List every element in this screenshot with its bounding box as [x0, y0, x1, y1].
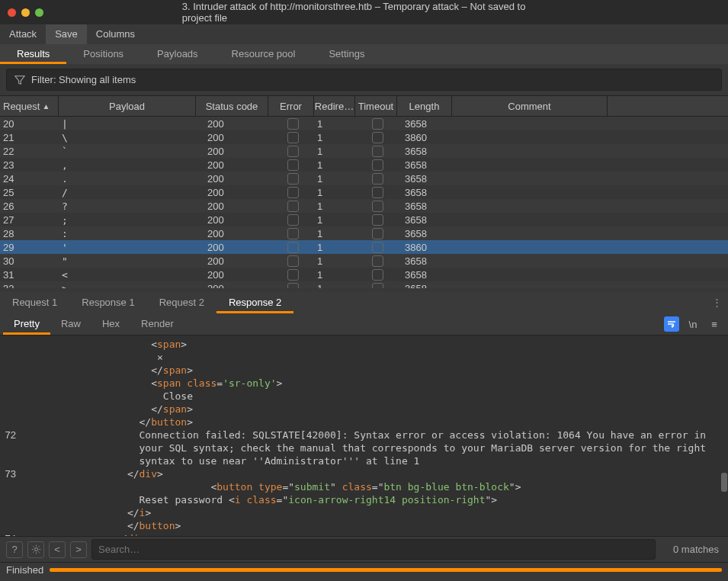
col-error[interactable]: Error [268, 96, 314, 116]
maximize-window-button[interactable] [35, 8, 43, 17]
timeout-checkbox[interactable] [372, 269, 383, 281]
window-controls [8, 8, 43, 17]
status-bar: Finished [0, 562, 728, 577]
code-source[interactable]: <span> × </span> <span class='sr-only'> … [20, 335, 728, 536]
error-checkbox[interactable] [287, 159, 299, 171]
error-checkbox[interactable] [287, 228, 299, 239]
tab-payloads[interactable]: Payloads [140, 44, 214, 64]
line-gutter: 727374 [0, 335, 20, 536]
search-prev-button[interactable]: < [49, 541, 66, 558]
tab-settings[interactable]: Settings [312, 44, 381, 64]
tab-results[interactable]: Results [0, 44, 66, 64]
status-label: Finished [6, 564, 43, 576]
kebab-menu-icon[interactable]: ⋮ [712, 297, 722, 308]
filter-label: Filter: Showing all items [31, 74, 136, 85]
tab-resource-pool[interactable]: Resource pool [215, 44, 313, 64]
error-checkbox[interactable] [287, 255, 299, 267]
table-row[interactable]: 28:20013658 [0, 226, 728, 240]
col-redirect[interactable]: Redire… [314, 96, 355, 116]
help-button[interactable]: ? [6, 541, 23, 558]
table-row[interactable]: 24.20013658 [0, 172, 728, 185]
col-status[interactable]: Status code [196, 96, 268, 116]
menu-save[interactable]: Save [46, 24, 87, 44]
error-checkbox[interactable] [287, 242, 299, 253]
search-next-button[interactable]: > [70, 541, 87, 558]
filter-icon [14, 75, 25, 85]
search-matches: 0 matches [673, 544, 722, 555]
minimize-window-button[interactable] [21, 8, 30, 17]
svg-point-0 [34, 547, 37, 551]
table-row[interactable]: 21\20013860 [0, 130, 728, 144]
results-table-body[interactable]: 20|2001365821\2001386022`2001365823,2001… [0, 117, 728, 288]
timeout-checkbox[interactable] [372, 255, 383, 267]
tab-response-2[interactable]: Response 2 [216, 292, 293, 313]
timeout-checkbox[interactable] [372, 159, 383, 171]
timeout-checkbox[interactable] [372, 146, 383, 157]
tab-request-2[interactable]: Request 2 [147, 292, 216, 313]
search-input[interactable] [91, 539, 656, 560]
menu-attack[interactable]: Attack [0, 24, 46, 44]
error-checkbox[interactable] [287, 269, 299, 281]
table-row[interactable]: 26?20013658 [0, 199, 728, 213]
timeout-checkbox[interactable] [372, 132, 383, 143]
newline-icon[interactable]: \n [685, 316, 701, 332]
filter-bar: Filter: Showing all items [0, 64, 728, 95]
close-window-button[interactable] [8, 8, 16, 17]
tab-response-1[interactable]: Response 1 [69, 292, 146, 313]
results-table-header: Request▲ Payload Status code Error Redir… [0, 95, 728, 117]
error-checkbox[interactable] [287, 132, 299, 143]
timeout-checkbox[interactable] [372, 214, 383, 226]
col-comment[interactable]: Comment [452, 96, 608, 116]
table-row[interactable]: 20|20013658 [0, 117, 728, 130]
timeout-checkbox[interactable] [372, 118, 383, 130]
col-request[interactable]: Request▲ [0, 96, 59, 116]
tab-positions[interactable]: Positions [66, 44, 140, 64]
tab-request-1[interactable]: Request 1 [0, 292, 69, 313]
search-bar: ? < > 0 matches [0, 536, 728, 562]
menu-columns[interactable]: Columns [87, 24, 144, 44]
progress-bar [50, 568, 722, 572]
timeout-checkbox[interactable] [372, 228, 383, 239]
col-timeout[interactable]: Timeout [355, 96, 397, 116]
error-checkbox[interactable] [287, 214, 299, 226]
code-scrollbar[interactable] [720, 335, 728, 536]
view-render[interactable]: Render [130, 313, 184, 335]
col-payload[interactable]: Payload [59, 96, 196, 116]
settings-gear-icon[interactable] [27, 541, 44, 558]
table-row[interactable]: 27;20013658 [0, 213, 728, 226]
sort-asc-icon: ▲ [42, 102, 50, 111]
col-length[interactable]: Length [397, 96, 452, 116]
hamburger-icon[interactable]: ≡ [707, 316, 722, 332]
timeout-checkbox[interactable] [372, 201, 383, 212]
scrollbar-thumb[interactable] [721, 473, 727, 492]
title-bar: 3. Intruder attack of http://monitorsthr… [0, 0, 728, 24]
error-checkbox[interactable] [287, 201, 299, 212]
error-checkbox[interactable] [287, 187, 299, 198]
table-row[interactable]: 22`20013658 [0, 144, 728, 158]
timeout-checkbox[interactable] [372, 187, 383, 198]
window-title: 3. Intruder attack of http://monitorsthr… [182, 1, 547, 24]
timeout-checkbox[interactable] [372, 283, 383, 289]
table-row[interactable]: 30"20013658 [0, 254, 728, 268]
timeout-checkbox[interactable] [372, 242, 383, 253]
view-raw[interactable]: Raw [50, 313, 91, 335]
filter-input[interactable]: Filter: Showing all items [6, 69, 722, 91]
error-checkbox[interactable] [287, 173, 299, 185]
main-tab-bar: Results Positions Payloads Resource pool… [0, 44, 728, 64]
view-hex[interactable]: Hex [91, 313, 130, 335]
error-checkbox[interactable] [287, 118, 299, 130]
timeout-checkbox[interactable] [372, 173, 383, 185]
error-checkbox[interactable] [287, 283, 299, 289]
error-checkbox[interactable] [287, 146, 299, 157]
menu-bar: Attack Save Columns [0, 24, 728, 44]
table-row[interactable]: 29'20013860 [0, 240, 728, 254]
wrap-toggle-icon[interactable] [664, 316, 679, 332]
view-tabs: Pretty Raw Hex Render \n ≡ [0, 313, 728, 335]
view-pretty[interactable]: Pretty [3, 313, 50, 335]
table-row[interactable]: 31<20013658 [0, 268, 728, 281]
response-code-viewer[interactable]: 727374 <span> × </span> <span class='sr-… [0, 335, 728, 536]
request-response-tabs: Request 1 Response 1 Request 2 Response … [0, 292, 728, 313]
table-row[interactable]: 23,20013658 [0, 158, 728, 172]
table-row[interactable]: 32>20013658 [0, 281, 728, 288]
table-row[interactable]: 25/20013658 [0, 185, 728, 199]
